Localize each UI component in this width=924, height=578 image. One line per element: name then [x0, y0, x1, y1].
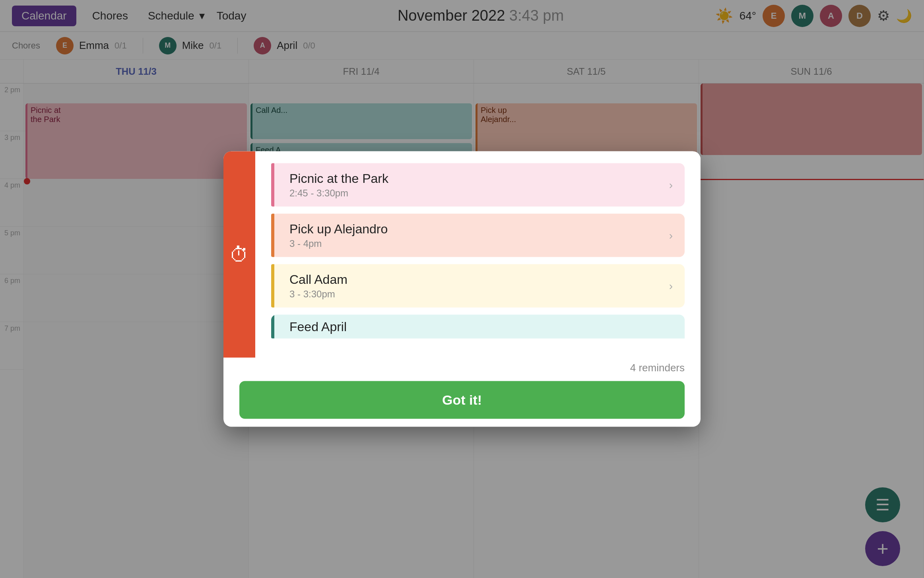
- reminder-content-feedapril: Feed April: [289, 319, 673, 334]
- reminder-title-pickup: Pick up Alejandro: [289, 222, 669, 237]
- reminder-item-calladam[interactable]: Call Adam 3 - 3:30pm ›: [271, 264, 685, 308]
- chevron-right-pickup-icon: ›: [669, 229, 673, 242]
- reminders-count: 4 reminders: [239, 362, 685, 374]
- modal-content: Picnic at the Park 2:45 - 3:30pm › Pick …: [255, 151, 701, 358]
- chevron-right-calladam-icon: ›: [669, 279, 673, 292]
- reminder-title-picnic: Picnic at the Park: [289, 171, 669, 186]
- reminder-content-picnic: Picnic at the Park 2:45 - 3:30pm: [289, 171, 669, 199]
- reminder-title-feedapril: Feed April: [289, 319, 673, 334]
- reminder-time-calladam: 3 - 3:30pm: [289, 289, 669, 300]
- got-it-button[interactable]: Got it!: [239, 381, 685, 419]
- reminder-title-calladam: Call Adam: [289, 272, 669, 287]
- modal-bottom: 4 reminders Got it!: [223, 358, 701, 427]
- reminder-content-calladam: Call Adam 3 - 3:30pm: [289, 272, 669, 300]
- reminder-item-feedapril[interactable]: Feed April: [271, 315, 685, 339]
- clock-icon: ⏱: [229, 243, 249, 266]
- reminder-item-pickup[interactable]: Pick up Alejandro 3 - 4pm ›: [271, 214, 685, 257]
- modal-left-bar: ⏱: [223, 151, 255, 358]
- reminder-content-pickup: Pick up Alejandro 3 - 4pm: [289, 222, 669, 249]
- reminder-border-pickup: [271, 214, 274, 257]
- reminder-item-picnic[interactable]: Picnic at the Park 2:45 - 3:30pm ›: [271, 163, 685, 207]
- reminder-time-picnic: 2:45 - 3:30pm: [289, 188, 669, 199]
- chevron-right-picnic-icon: ›: [669, 178, 673, 191]
- reminder-modal: ⏱ Picnic at the Park 2:45 - 3:30pm › Pic…: [223, 151, 701, 427]
- reminder-time-pickup: 3 - 4pm: [289, 238, 669, 249]
- reminder-border-picnic: [271, 163, 274, 207]
- reminder-border-calladam: [271, 264, 274, 308]
- reminder-border-feedapril: [271, 315, 274, 339]
